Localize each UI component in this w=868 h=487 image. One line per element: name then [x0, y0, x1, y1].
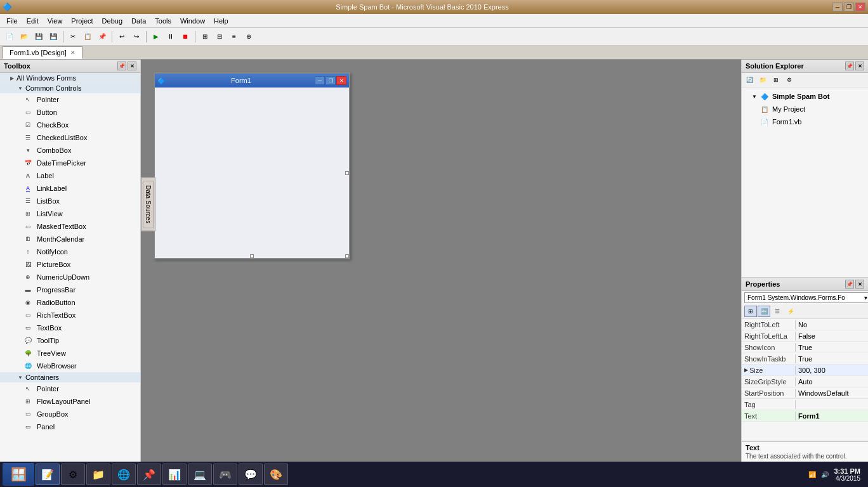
se-tb-btn2[interactable]: 📁	[756, 74, 769, 86]
toolbox-close-button[interactable]: ✕	[128, 62, 136, 70]
toolbox-item-tooltip[interactable]: 💬 ToolTip	[0, 334, 140, 347]
toolbox-item-groupbox[interactable]: ▭ GroupBox	[0, 408, 140, 420]
section-containers[interactable]: ▼ Containers	[0, 372, 140, 382]
prop-row-showintaskb[interactable]: ShowInTaskb True	[742, 353, 868, 365]
prop-row-size[interactable]: ▶ Size 300, 300	[742, 365, 868, 376]
menu-view[interactable]: View	[44, 16, 67, 26]
prop-alphabetical-btn[interactable]: 🔤	[758, 306, 770, 317]
tb-format4[interactable]: ⊕	[242, 30, 256, 44]
menu-data[interactable]: Data	[128, 16, 150, 26]
resize-handle-bottomright[interactable]	[345, 254, 349, 258]
tb-copy[interactable]: 📋	[81, 30, 95, 44]
se-item-form1vb[interactable]: 📄 Form1.vb	[742, 115, 868, 128]
prop-pin-button[interactable]: 📌	[845, 280, 854, 289]
toolbox-item-combobox[interactable]: ▾ ComboBox	[0, 144, 140, 157]
toolbox-item-listbox[interactable]: ☰ ListBox	[0, 195, 140, 207]
toolbox-item-progressbar[interactable]: ▬ ProgressBar	[0, 283, 140, 296]
se-item-project[interactable]: ▼ 🔷 Simple Spam Bot	[742, 90, 868, 103]
taskbar-item-paint[interactable]: 🎨	[264, 464, 288, 485]
prop-close-button[interactable]: ✕	[855, 280, 864, 289]
toolbox-item-datetimepicker[interactable]: 📅 DateTimePicker	[0, 157, 140, 169]
form-title-bar[interactable]: 🔷 Form1 ─ ❐ ✕	[155, 74, 349, 88]
tb-cut[interactable]: ✂	[66, 30, 80, 44]
tb-format2[interactable]: ⊟	[213, 30, 227, 44]
form-restore-button[interactable]: ❐	[326, 76, 336, 85]
toolbox-item-webbrowser[interactable]: 🌐 WebBrowser	[0, 360, 140, 372]
taskbar-item-chrome[interactable]: 🌐	[112, 464, 136, 485]
se-tb-btn4[interactable]: ⚙	[783, 74, 796, 86]
form-designer[interactable]: 🔷 Form1 ─ ❐ ✕	[154, 72, 350, 259]
taskbar-item-vb2[interactable]: 💻	[188, 464, 212, 485]
se-close-button[interactable]: ✕	[855, 62, 864, 70]
toolbox-item-panel[interactable]: ▭ Panel	[0, 420, 140, 433]
toolbox-item-picturebox[interactable]: 🖼 PictureBox	[0, 258, 140, 271]
tb-stop[interactable]: ⏹	[178, 30, 192, 44]
toolbox-item-pointer[interactable]: ↖ Pointer	[0, 93, 140, 106]
toolbox-item-checkbox[interactable]: ☑ CheckBox	[0, 119, 140, 131]
properties-dropdown[interactable]: Form1 System.Windows.Forms.Fo ▾	[744, 292, 868, 303]
taskbar-item-excel[interactable]: 📊	[162, 464, 187, 485]
toolbox-item-listview[interactable]: ⊞ ListView	[0, 207, 140, 220]
menu-window[interactable]: Window	[176, 16, 209, 26]
toolbox-item-treeview[interactable]: 🌳 TreeView	[0, 347, 140, 360]
se-tb-btn1[interactable]: 🔄	[743, 74, 756, 86]
taskbar-item-obs[interactable]: ⚙	[61, 464, 85, 485]
menu-project[interactable]: Project	[67, 16, 96, 26]
tb-paste[interactable]: 📌	[95, 30, 109, 44]
toolbox-item-button[interactable]: ▭ Button	[0, 106, 140, 119]
taskbar-item-sticky[interactable]: 📌	[137, 464, 161, 485]
toolbox-item-radiobutton[interactable]: ◉ RadioButton	[0, 296, 140, 309]
toolbox-item-maskedtextbox[interactable]: ▭ MaskedTextBox	[0, 220, 140, 233]
menu-help[interactable]: Help	[210, 16, 232, 26]
tb-undo[interactable]: ↩	[115, 30, 129, 44]
prop-categorized-btn[interactable]: ⊞	[744, 306, 757, 317]
toolbox-item-flowlayoutpanel[interactable]: ⊞ FlowLayoutPanel	[0, 395, 140, 408]
taskbar-item-skype[interactable]: 💬	[239, 464, 263, 485]
tb-pause[interactable]: ⏸	[164, 30, 178, 44]
toolbox-item-checkedlistbox[interactable]: ☰ CheckedListBox	[0, 131, 140, 144]
se-pin-button[interactable]: 📌	[845, 62, 854, 70]
prop-events-btn[interactable]: ⚡	[784, 306, 797, 317]
se-item-myproject[interactable]: 📋 My Project	[742, 103, 868, 115]
prop-row-startposition[interactable]: StartPosition WindowsDefault	[742, 387, 868, 399]
taskbar-item-steam[interactable]: 🎮	[213, 464, 237, 485]
resize-handle-bottom[interactable]	[250, 254, 254, 258]
start-button[interactable]: 🪟	[3, 463, 34, 486]
menu-tools[interactable]: Tools	[151, 16, 175, 26]
tb-redo[interactable]: ↪	[129, 30, 143, 44]
tb-run[interactable]: ▶	[149, 30, 163, 44]
toolbox-item-richtextbox[interactable]: ▭ RichTextBox	[0, 309, 140, 321]
menu-file[interactable]: File	[3, 16, 22, 26]
menu-debug[interactable]: Debug	[98, 16, 126, 26]
toolbox-item-linklabel[interactable]: A LinkLabel	[0, 182, 140, 195]
tb-new[interactable]: 📄	[3, 30, 16, 44]
toolbox-item-containers-pointer[interactable]: ↖ Pointer	[0, 382, 140, 395]
tb-format3[interactable]: ≡	[227, 30, 241, 44]
tb-format1[interactable]: ⊞	[198, 30, 212, 44]
prop-row-showicon[interactable]: ShowIcon True	[742, 342, 868, 353]
prop-row-righttoleft[interactable]: RightToLeft No	[742, 319, 868, 330]
form-close-button[interactable]: ✕	[336, 76, 346, 85]
resize-handle-right[interactable]	[345, 171, 349, 175]
section-common-controls[interactable]: ▼ Common Controls	[0, 83, 140, 93]
toolbox-item-notifyicon[interactable]: ! NotifyIcon	[0, 245, 140, 258]
toolbox-pin-button[interactable]: 📌	[117, 62, 126, 70]
se-tb-btn3[interactable]: ⊞	[770, 74, 782, 86]
data-sources-tab[interactable]: Data Sources	[141, 178, 155, 231]
prop-properties-btn[interactable]: ☰	[771, 306, 784, 317]
taskbar-time[interactable]: 3:31 PM 4/3/2015	[834, 467, 860, 482]
taskbar-item-explorer[interactable]: 📁	[86, 464, 110, 485]
close-button[interactable]: ✕	[855, 3, 865, 11]
prop-row-text[interactable]: Text Form1	[742, 410, 868, 422]
tab-close-icon[interactable]: ✕	[70, 49, 76, 56]
toolbox-item-numericupdown[interactable]: ⊕ NumericUpDown	[0, 271, 140, 283]
menu-edit[interactable]: Edit	[23, 16, 43, 26]
toolbox-item-label[interactable]: A Label	[0, 169, 140, 182]
tb-open[interactable]: 📂	[17, 30, 31, 44]
tab-form1-design[interactable]: Form1.vb [Design] ✕	[3, 46, 82, 59]
taskbar-item-vb[interactable]: 📝	[36, 464, 60, 485]
design-area[interactable]: 🔷 Form1 ─ ❐ ✕	[141, 60, 741, 462]
tb-saveall[interactable]: 💾	[46, 30, 60, 44]
form-minimize-button[interactable]: ─	[315, 76, 325, 85]
toolbox-item-textbox[interactable]: ▭ TextBox	[0, 321, 140, 334]
